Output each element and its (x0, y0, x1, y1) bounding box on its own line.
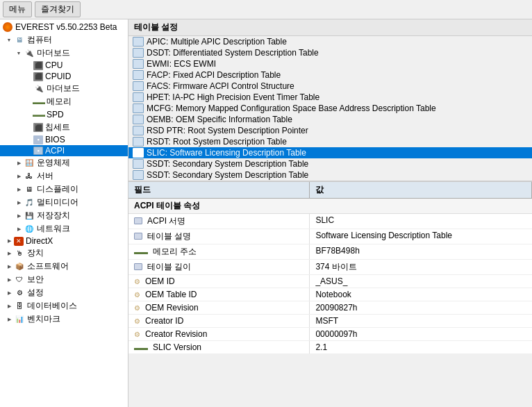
table-list-item[interactable]: OEMB: OEM Specific Information Table (128, 114, 532, 125)
field-icon: ⚙ (134, 317, 140, 325)
sidebar-item-settings[interactable]: ⚙ 설정 (0, 286, 128, 299)
table-item-label: FACP: Fixed ACPI Description Table (147, 70, 281, 80)
field-icon (134, 263, 142, 272)
expand-motherboard-icon (14, 49, 24, 58)
table-list-item[interactable]: SSDT: Secondary System Description Table (128, 169, 532, 181)
table-item-label: MCFG: Memory Mapped Configuration Space … (147, 103, 436, 113)
expand-benchmark-icon (4, 315, 14, 324)
table-item-icon (133, 81, 144, 91)
table-item-label: APIC: Multiple APIC Description Table (147, 37, 287, 47)
sidebar-item-benchmark[interactable]: 📊 벤치마크 (0, 313, 128, 326)
app-logo-icon (3, 22, 13, 32)
table-item-icon (133, 59, 144, 69)
expand-storage-icon (14, 211, 24, 221)
field-name-cell: ⚙Creator Revision (128, 328, 310, 340)
sidebar-label-benchmark: 벤치마크 (27, 313, 60, 325)
panel-title: 테이블 설정 (134, 22, 178, 32)
sidebar-item-server[interactable]: 🖧 서버 (0, 169, 128, 183)
sidebar-item-spd[interactable]: ▬▬ SPD (0, 108, 128, 121)
table-list-item[interactable]: HPET: IA-PC High Precision Event Timer T… (128, 92, 532, 103)
sidebar-label-network: 네트워크 (37, 223, 70, 235)
sidebar-item-memory[interactable]: ▬▬ 메모리 (0, 95, 128, 108)
field-row: ▬▬SLIC Version2.1 (128, 341, 532, 354)
expand-devices-icon (4, 249, 14, 258)
sidebar-item-security[interactable]: 🛡 보안 (0, 273, 128, 286)
table-list-item[interactable]: FACP: Fixed ACPI Description Table (128, 69, 532, 81)
table-list-item[interactable]: RSDT: Root System Description Table (128, 136, 532, 147)
table-list-item[interactable]: SSDT: Secondary System Description Table (128, 158, 532, 169)
directx-icon: ✕ (14, 237, 24, 246)
sidebar-item-os[interactable]: 🪟 운영체제 (0, 156, 128, 169)
field-name-text: 테이블 길이 (147, 261, 191, 273)
expand-database-icon (4, 301, 14, 311)
sidebar-item-acpi[interactable]: ▪ ACPI (0, 145, 128, 156)
field-row: ACPI 서명SLIC (128, 214, 532, 229)
sidebar-item-bios[interactable]: ▪ BIOS (0, 134, 128, 145)
sidebar-item-multimedia[interactable]: 🎵 멀티미디어 (0, 196, 128, 209)
sidebar-item-motherboard[interactable]: 🔌 마더보드 (0, 82, 128, 95)
table-list: APIC: Multiple APIC Description TableDSD… (128, 36, 532, 182)
sidebar-item-storage[interactable]: 💾 저장장치 (0, 209, 128, 222)
expand-server-icon (14, 172, 24, 181)
sidebar-item-display[interactable]: 🖥 디스플레이 (0, 183, 128, 196)
sidebar-item-network[interactable]: 🌐 네트워크 (0, 222, 128, 235)
table-list-item[interactable]: DSDT: Differentiated System Description … (128, 47, 532, 58)
fields-header: 필드 값 (128, 182, 532, 199)
field-value-cell: BF78B498h (310, 244, 532, 259)
table-item-icon (133, 159, 144, 169)
field-name-cell: ▬▬메모리 주소 (128, 244, 310, 259)
table-list-item[interactable]: SLIC: Software Licensing Description Tab… (128, 147, 532, 158)
field-name-text: OEM Revision (145, 303, 199, 313)
table-item-icon (133, 48, 144, 58)
table-item-label: EWMI: ECS EWMI (147, 59, 216, 69)
sidebar-label-chipset: 칩세트 (45, 122, 70, 133)
field-icon: ⚙ (134, 291, 140, 299)
field-name-text: Creator Revision (145, 329, 207, 339)
sidebar-item-software[interactable]: 📦 소프트웨어 (0, 260, 128, 273)
sidebar-item-computer[interactable]: 🖥 컴퓨터 (0, 33, 128, 47)
app-title-item[interactable]: EVEREST v5.50.2253 Beta (0, 21, 128, 33)
table-list-item[interactable]: RSD PTR: Root System Description Pointer (128, 125, 532, 136)
fields-section-title: ACPI 테이블 속성 (128, 199, 532, 214)
toolbar: 메뉴 즐겨찾기 (0, 0, 532, 19)
chipset-icon: ⬛ (33, 123, 43, 132)
os-icon: 🪟 (24, 158, 35, 169)
table-item-icon (133, 37, 144, 47)
table-item-icon (133, 148, 144, 158)
table-list-item[interactable]: MCFG: Memory Mapped Configuration Space … (128, 103, 532, 114)
display-icon: 🖥 (24, 184, 35, 195)
sidebar-label-motherboard: 마더보드 (47, 83, 80, 94)
sidebar-item-chipset[interactable]: ⬛ 칩세트 (0, 121, 128, 134)
sidebar-item-devices[interactable]: 🖱 장치 (0, 247, 128, 260)
database-icon: 🗄 (14, 301, 25, 312)
table-list-item[interactable]: FACS: Firmware ACPI Control Structure (128, 81, 532, 92)
table-list-item[interactable]: EWMI: ECS EWMI (128, 58, 532, 69)
field-value-cell: 00000097h (310, 328, 532, 340)
field-value-cell: SLIC (310, 214, 532, 229)
server-icon: 🖧 (24, 171, 35, 182)
field-value-cell: _ASUS_ (310, 275, 532, 288)
expand-computer-icon (4, 35, 14, 45)
field-name-text: Creator ID (145, 316, 183, 326)
expand-network-icon (14, 224, 24, 234)
sidebar-item-database[interactable]: 🗄 데이터베이스 (0, 299, 128, 313)
right-panel: 테이블 설정 APIC: Multiple APIC Description T… (128, 19, 532, 407)
sidebar: EVEREST v5.50.2253 Beta 🖥 컴퓨터 🔌 마더보드 ⬛ C… (0, 19, 128, 407)
table-item-label: RSDT: Root System Description Table (147, 137, 287, 147)
sidebar-item-motherboard-group[interactable]: 🔌 마더보드 (0, 47, 128, 60)
sidebar-item-cpuid[interactable]: ⬛ CPUID (0, 71, 128, 82)
motherboard-group-icon: 🔌 (24, 48, 35, 59)
field-icon (134, 217, 142, 226)
multimedia-icon: 🎵 (24, 197, 35, 208)
panel-header: 테이블 설정 (128, 19, 532, 36)
sidebar-item-cpu[interactable]: ⬛ CPU (0, 60, 128, 71)
computer-icon: 🖥 (14, 35, 25, 46)
network-icon: 🌐 (24, 224, 35, 235)
sidebar-item-directx[interactable]: ✕ DirectX (0, 235, 128, 247)
storage-icon: 💾 (24, 210, 35, 222)
field-row: ⚙Creator IDMSFT (128, 315, 532, 328)
menu-button[interactable]: 메뉴 (3, 1, 32, 17)
table-item-icon (133, 126, 144, 135)
table-list-item[interactable]: APIC: Multiple APIC Description Table (128, 36, 532, 47)
favorites-button[interactable]: 즐겨찾기 (35, 1, 81, 17)
